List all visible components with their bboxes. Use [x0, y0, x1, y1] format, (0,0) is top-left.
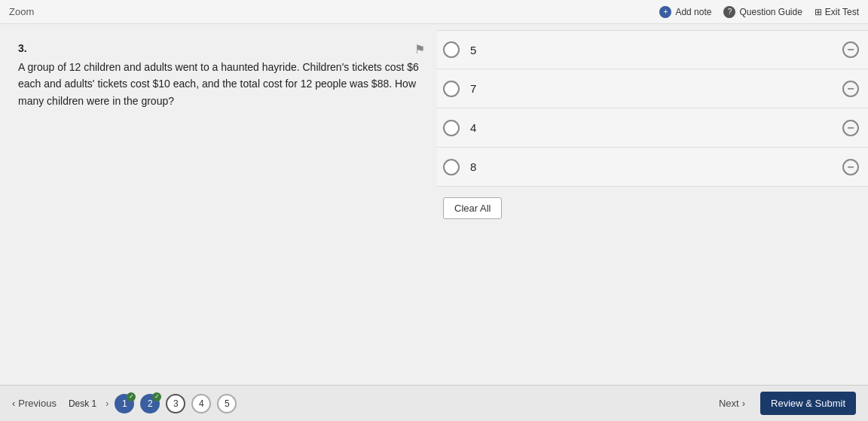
eliminate-option-8[interactable]: − [842, 159, 859, 175]
right-chevron-icon: › [742, 398, 745, 409]
nav-dot-3[interactable]: 3 [166, 394, 185, 413]
add-note-icon: + [659, 6, 671, 18]
exit-icon: ⊞ [815, 7, 822, 17]
clear-all-button[interactable]: Clear All [443, 197, 502, 219]
question-area: 3. A group of 12 children and adults wen… [0, 24, 437, 385]
previous-label: Previous [18, 398, 57, 409]
radio-button-5[interactable] [443, 41, 460, 58]
radio-button-4[interactable] [443, 120, 460, 136]
radio-button-8[interactable] [443, 159, 460, 175]
top-bar-left: Zoom [9, 6, 34, 17]
checkmark-icon-2: ✓ [152, 392, 161, 401]
answer-option-7[interactable]: 7 − [437, 69, 868, 108]
answer-option-4[interactable]: 4 − [437, 108, 868, 148]
review-submit-button[interactable]: Review & Submit [760, 392, 856, 415]
nav-dot-2[interactable]: 2✓ [140, 394, 160, 413]
eliminate-option-4[interactable]: − [842, 120, 859, 136]
answer-area: 5 − 7 − 4 − 8 − Clear All [437, 24, 868, 385]
add-note-label: Add note [675, 7, 711, 17]
nav-dot-4[interactable]: 4 [191, 394, 211, 413]
eliminate-option-7[interactable]: − [842, 81, 859, 97]
radio-button-7[interactable] [443, 81, 460, 97]
answer-option-8[interactable]: 8 − [437, 148, 868, 187]
checkmark-icon-1: ✓ [127, 392, 136, 401]
next-button[interactable]: Next › [719, 398, 745, 409]
answer-label-8: 8 [470, 160, 842, 173]
answer-label-4: 4 [470, 121, 842, 134]
answer-label-5: 5 [470, 44, 842, 56]
bottom-bar: ‹ Previous Desk 1 › 1✓2✓345 Next › Revie… [0, 385, 868, 421]
desk-chevron-icon: › [105, 398, 108, 409]
nav-dot-5[interactable]: 5 [217, 394, 237, 413]
add-note-button[interactable]: + Add note [659, 6, 711, 18]
answer-label-7: 7 [470, 82, 842, 95]
left-chevron-icon: ‹ [12, 398, 15, 409]
exit-test-label: Exit Test [825, 7, 859, 17]
previous-button[interactable]: ‹ Previous [12, 398, 57, 409]
flag-icon[interactable]: ⚑ [414, 42, 425, 56]
eliminate-option-5[interactable]: − [842, 41, 859, 58]
zoom-label: Zoom [9, 6, 34, 17]
question-number: 3. [18, 42, 419, 54]
question-guide-icon: ? [723, 6, 735, 18]
question-guide-label: Question Guide [739, 7, 802, 17]
main-area: 3. A group of 12 children and adults wen… [0, 24, 868, 385]
question-text: A group of 12 children and adults went t… [18, 59, 419, 109]
desk-label: Desk 1 [69, 398, 96, 409]
top-bar: Zoom + Add note ? Question Guide ⊞ Exit … [0, 0, 868, 24]
nav-dot-1[interactable]: 1✓ [115, 394, 134, 413]
answer-option-5[interactable]: 5 − [437, 30, 868, 69]
exit-test-button[interactable]: ⊞ Exit Test [815, 7, 859, 17]
next-label: Next [719, 398, 739, 409]
question-guide-button[interactable]: ? Question Guide [723, 6, 802, 18]
